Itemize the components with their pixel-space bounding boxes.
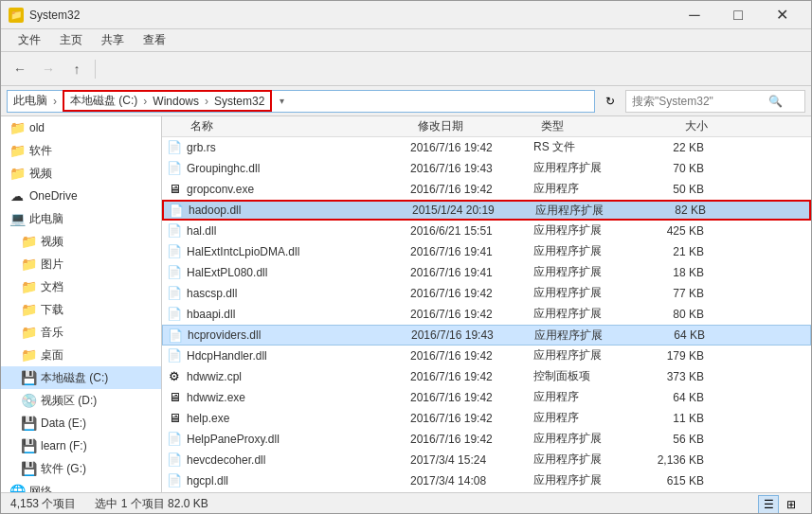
path-segment-system32: System32 bbox=[214, 95, 264, 108]
file-type-13: 应用程序 bbox=[533, 410, 647, 426]
sidebar-item-label-9: 音乐 bbox=[41, 325, 63, 341]
file-icon-11: ⚙ bbox=[166, 368, 183, 385]
menu-home[interactable]: 主页 bbox=[50, 29, 92, 51]
file-size-13: 11 KB bbox=[647, 412, 723, 425]
sidebar-item-9[interactable]: 📁 音乐 bbox=[1, 321, 161, 344]
file-icon-9: 📄 bbox=[167, 327, 184, 344]
menu-file[interactable]: 文件 bbox=[9, 29, 50, 51]
sidebar-item-13[interactable]: 💾 Data (E:) bbox=[1, 412, 161, 434]
file-icon-13: 🖥 bbox=[166, 410, 183, 427]
file-row-8[interactable]: 📄 hbaapi.dll 2016/7/16 19:42 应用程序扩展 80 K… bbox=[162, 304, 811, 325]
file-size-2: 50 KB bbox=[647, 183, 723, 196]
file-date-14: 2016/7/16 19:42 bbox=[410, 433, 533, 446]
back-button[interactable]: ← bbox=[7, 56, 33, 82]
sidebar-item-label-13: Data (E:) bbox=[41, 417, 86, 430]
file-icon-14: 📄 bbox=[166, 431, 183, 448]
col-header-name[interactable]: 名称 bbox=[187, 118, 414, 134]
file-type-5: 应用程序扩展 bbox=[533, 243, 647, 259]
maximize-button[interactable]: □ bbox=[716, 1, 760, 29]
sidebar-item-11[interactable]: 💾 本地磁盘 (C:) bbox=[1, 366, 161, 389]
sidebar: 📁 old 📁 软件 📁 视频 ☁ OneDrive 💻 此电脑 📁 视频 📁 … bbox=[1, 116, 162, 492]
sidebar-item-15[interactable]: 💾 软件 (G:) bbox=[1, 457, 161, 480]
file-row-10[interactable]: 📄 HdcpHandler.dll 2016/7/16 19:42 应用程序扩展… bbox=[162, 346, 811, 366]
menu-view[interactable]: 查看 bbox=[134, 29, 175, 51]
sidebar-item-2[interactable]: 📁 视频 bbox=[1, 162, 161, 185]
file-type-1: 应用程序扩展 bbox=[533, 160, 647, 176]
file-date-11: 2016/7/16 19:42 bbox=[410, 370, 533, 383]
address-dropdown-icon[interactable]: ▾ bbox=[280, 96, 284, 106]
refresh-button[interactable]: ↻ bbox=[599, 90, 622, 113]
window-title: System32 bbox=[29, 9, 80, 22]
status-count: 4,153 个项目 选中 1 个项目 82.0 KB bbox=[10, 496, 208, 512]
file-row-15[interactable]: 📄 hevcdecoher.dll 2017/3/4 15:24 应用程序扩展 … bbox=[162, 450, 811, 470]
file-list: 📄 grb.rs 2016/7/16 19:42 RS 文件 22 KB 📄 G… bbox=[162, 137, 811, 492]
file-row-6[interactable]: 📄 HalExtPL080.dll 2016/7/16 19:41 应用程序扩展… bbox=[162, 262, 811, 283]
file-row-16[interactable]: 📄 hgcpl.dll 2017/3/4 14:08 应用程序扩展 615 KB bbox=[162, 470, 811, 491]
file-name-13: help.exe bbox=[187, 412, 410, 425]
file-name-0: grb.rs bbox=[187, 141, 410, 154]
close-button[interactable]: ✕ bbox=[760, 1, 803, 29]
col-header-type[interactable]: 类型 bbox=[537, 118, 651, 134]
sidebar-item-10[interactable]: 📁 桌面 bbox=[1, 344, 161, 366]
sidebar-item-icon-15: 💾 bbox=[20, 461, 37, 476]
path-sep-3: › bbox=[205, 95, 208, 108]
address-path[interactable]: 此电脑 › 本地磁盘 (C:) › Windows › System32 ▾ bbox=[7, 90, 595, 113]
file-row-1[interactable]: 📄 Groupinghc.dll 2016/7/16 19:43 应用程序扩展 … bbox=[162, 158, 811, 179]
search-input[interactable] bbox=[632, 95, 765, 108]
sidebar-item-label-6: 图片 bbox=[41, 257, 63, 273]
sidebar-item-7[interactable]: 📁 文档 bbox=[1, 275, 161, 298]
details-view-button[interactable]: ☰ bbox=[758, 495, 779, 514]
file-row-12[interactable]: 🖥 hdwwiz.exe 2016/7/16 19:42 应用程序 64 KB bbox=[162, 387, 811, 408]
minimize-button[interactable]: ─ bbox=[673, 1, 716, 29]
view-controls: ☰ ⊞ bbox=[758, 495, 802, 514]
menu-share[interactable]: 共享 bbox=[92, 29, 134, 51]
file-row-3[interactable]: 📄 hadoop.dll 2015/1/24 20:19 应用程序扩展 82 K… bbox=[162, 200, 811, 221]
title-bar-left: 📁 System32 bbox=[9, 8, 80, 23]
col-header-date[interactable]: 修改日期 bbox=[414, 118, 537, 134]
sidebar-item-icon-0: 📁 bbox=[9, 120, 26, 135]
title-bar: 📁 System32 ─ □ ✕ bbox=[1, 1, 811, 29]
sidebar-item-6[interactable]: 📁 图片 bbox=[1, 253, 161, 275]
file-row-5[interactable]: 📄 HalExtIntcLpioDMA.dll 2016/7/16 19:41 … bbox=[162, 241, 811, 262]
file-row-2[interactable]: 🖥 gropconv.exe 2016/7/16 19:42 应用程序 50 K… bbox=[162, 179, 811, 200]
large-icons-view-button[interactable]: ⊞ bbox=[781, 495, 802, 514]
file-type-15: 应用程序扩展 bbox=[533, 452, 647, 468]
col-header-size[interactable]: 大小 bbox=[651, 118, 727, 134]
sidebar-item-5[interactable]: 📁 视频 bbox=[1, 230, 161, 253]
file-icon-4: 📄 bbox=[166, 222, 183, 239]
sidebar-item-icon-4: 💻 bbox=[9, 211, 26, 226]
file-name-9: hcproviders.dll bbox=[188, 328, 411, 342]
file-row-17[interactable]: 📄 hgprint.dll 2016/7/16 19:43 应用程序扩展 228… bbox=[162, 491, 811, 492]
sidebar-item-8[interactable]: 📁 下载 bbox=[1, 298, 161, 321]
menu-bar: 文件 主页 共享 查看 bbox=[1, 29, 811, 52]
search-box[interactable]: 🔍 bbox=[625, 90, 805, 113]
sidebar-item-0[interactable]: 📁 old bbox=[1, 116, 161, 139]
file-type-9: 应用程序扩展 bbox=[534, 328, 648, 344]
file-date-2: 2016/7/16 19:42 bbox=[410, 183, 533, 196]
sidebar-item-16[interactable]: 🌐 网络 bbox=[1, 480, 161, 492]
sidebar-item-icon-6: 📁 bbox=[20, 257, 37, 272]
sidebar-item-1[interactable]: 📁 软件 bbox=[1, 139, 161, 162]
file-row-9[interactable]: 📄 hcproviders.dll 2016/7/16 19:43 应用程序扩展… bbox=[162, 325, 811, 346]
file-icon-3: 📄 bbox=[168, 202, 185, 219]
sidebar-item-4[interactable]: 💻 此电脑 bbox=[1, 207, 161, 230]
file-row-11[interactable]: ⚙ hdwwiz.cpl 2016/7/16 19:42 控制面板项 373 K… bbox=[162, 366, 811, 387]
sidebar-item-icon-14: 💾 bbox=[20, 438, 37, 453]
file-type-7: 应用程序扩展 bbox=[533, 285, 647, 301]
file-row-14[interactable]: 📄 HelpPaneProxy.dll 2016/7/16 19:42 应用程序… bbox=[162, 429, 811, 450]
file-icon-0: 📄 bbox=[166, 139, 183, 156]
file-icon-7: 📄 bbox=[166, 285, 183, 302]
sidebar-item-label-16: 网络 bbox=[29, 484, 52, 493]
up-button[interactable]: ↑ bbox=[63, 56, 90, 82]
sidebar-item-3[interactable]: ☁ OneDrive bbox=[1, 185, 161, 207]
forward-button[interactable]: → bbox=[35, 56, 62, 82]
sidebar-item-label-0: old bbox=[29, 121, 45, 134]
file-row-13[interactable]: 🖥 help.exe 2016/7/16 19:42 应用程序 11 KB bbox=[162, 408, 811, 429]
file-row-0[interactable]: 📄 grb.rs 2016/7/16 19:42 RS 文件 22 KB bbox=[162, 137, 811, 158]
file-row-7[interactable]: 📄 hascsp.dll 2016/7/16 19:42 应用程序扩展 77 K… bbox=[162, 283, 811, 304]
sidebar-item-14[interactable]: 💾 learn (F:) bbox=[1, 434, 161, 457]
sidebar-item-icon-3: ☁ bbox=[9, 188, 26, 204]
file-row-4[interactable]: 📄 hal.dll 2016/6/21 15:51 应用程序扩展 425 KB bbox=[162, 221, 811, 241]
sidebar-item-12[interactable]: 💿 视频区 (D:) bbox=[1, 389, 161, 412]
file-date-7: 2016/7/16 19:42 bbox=[410, 287, 533, 300]
